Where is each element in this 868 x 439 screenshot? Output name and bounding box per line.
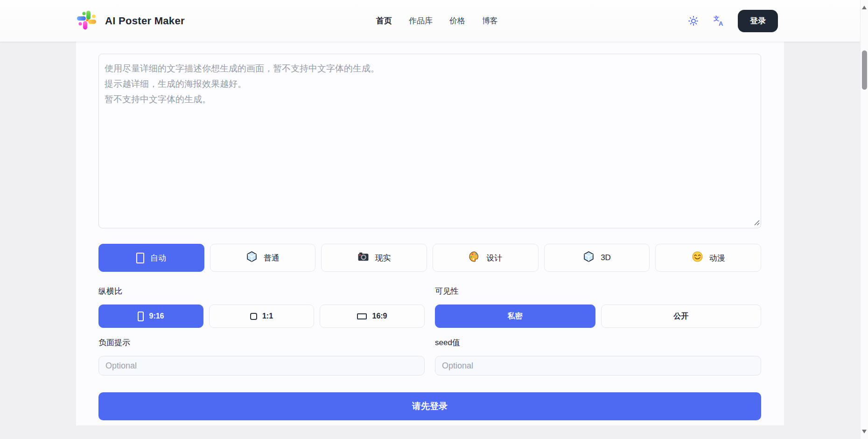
camera-icon	[357, 251, 369, 265]
ratio-1-1-button[interactable]: 1:1	[209, 304, 314, 328]
style-design-button[interactable]: 设计	[433, 244, 539, 272]
style-normal-button[interactable]: 普通	[210, 244, 316, 272]
square-ratio-icon	[250, 313, 257, 320]
negative-prompt-input[interactable]	[98, 356, 425, 375]
nav-home[interactable]: 首页	[376, 15, 392, 26]
style-auto-button[interactable]: 自动	[98, 244, 204, 272]
nav-blog[interactable]: 博客	[482, 15, 498, 26]
cube-3d-icon	[583, 251, 595, 265]
vertical-scrollbar[interactable]	[860, 0, 868, 439]
translate-icon[interactable]: 文 A	[713, 15, 725, 27]
seed-group: seed值	[435, 337, 761, 375]
portrait-ratio-icon	[138, 312, 144, 321]
login-first-submit-button[interactable]: 请先登录	[98, 392, 761, 420]
login-button[interactable]: 登录	[738, 10, 778, 32]
generator-panel: 自动 普通	[76, 42, 784, 425]
scrollbar-thumb[interactable]	[862, 50, 867, 90]
brand[interactable]: AI Poster Maker	[76, 0, 185, 42]
header-actions: 文 A 登录	[687, 0, 778, 42]
negative-prompt-label: 负面提示	[98, 337, 425, 348]
ratio-16-9-button[interactable]: 16:9	[320, 304, 425, 328]
negative-prompt-group: 负面提示	[98, 337, 425, 375]
visibility-label: 可见性	[435, 286, 761, 297]
style-3d-button[interactable]: 3D	[544, 244, 650, 272]
seed-label: seed值	[435, 337, 761, 348]
aspect-ratio-label: 纵横比	[98, 286, 425, 297]
visibility-private-button[interactable]: 私密	[435, 304, 595, 328]
style-selector: 自动 普通	[98, 244, 761, 272]
nav-gallery[interactable]: 作品库	[409, 15, 433, 26]
palette-icon	[469, 251, 480, 265]
prompt-textarea[interactable]	[98, 54, 761, 228]
smiley-icon	[692, 251, 703, 265]
visibility-public-button[interactable]: 公开	[601, 304, 762, 328]
aspect-ratio-group: 纵横比 9:16 1:1 16:9	[98, 286, 425, 328]
scroll-down-icon[interactable]	[862, 430, 867, 433]
sun-icon[interactable]	[687, 15, 700, 27]
visibility-group: 可见性 私密 公开	[435, 286, 761, 328]
main-nav: 首页 作品库 价格 博客	[376, 0, 498, 42]
ice-cube-icon	[246, 251, 258, 265]
app-title: AI Poster Maker	[105, 15, 185, 27]
app-logo-icon	[76, 9, 98, 33]
style-anime-button[interactable]: 动漫	[655, 244, 761, 272]
style-realistic-button[interactable]: 现实	[321, 244, 427, 272]
svg-text:A: A	[719, 20, 723, 27]
scroll-up-icon[interactable]	[862, 6, 867, 9]
seed-input[interactable]	[435, 356, 761, 375]
landscape-ratio-icon	[357, 313, 367, 319]
nav-pricing[interactable]: 价格	[449, 15, 465, 26]
auto-frame-icon	[136, 253, 144, 263]
header: AI Poster Maker 首页 作品库 价格 博客 文 A 登录	[0, 0, 860, 42]
ratio-9-16-button[interactable]: 9:16	[98, 304, 203, 328]
